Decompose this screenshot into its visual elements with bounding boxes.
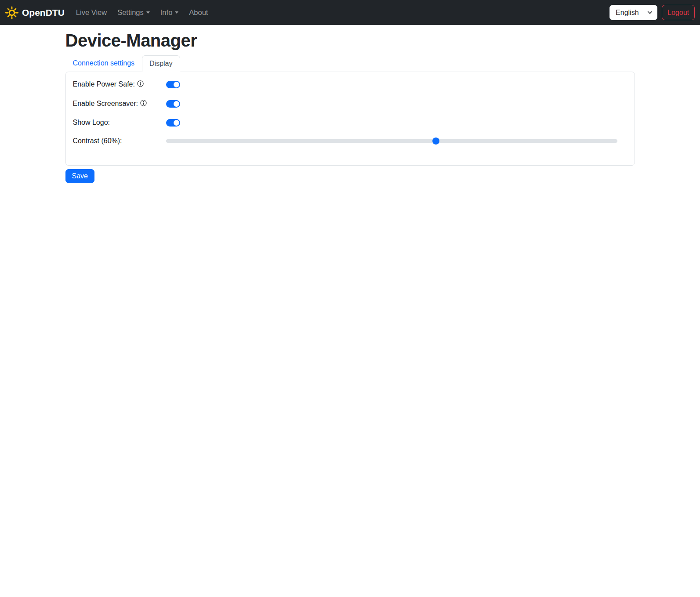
field-label: Enable Screensaver:: [73, 100, 138, 108]
contrast-slider[interactable]: [166, 137, 617, 145]
enable-screensaver-toggle[interactable]: [166, 100, 180, 108]
navbar-left: OpenDTU Live View Settings Info About: [5, 5, 213, 20]
info-circle-icon[interactable]: [140, 100, 147, 108]
field-label: Contrast (60%):: [73, 137, 122, 145]
nav-item-info[interactable]: Info: [155, 5, 184, 20]
field-label-group: Enable Power Safe:: [73, 80, 166, 89]
form-row-show-logo: Show Logo:: [73, 119, 627, 127]
language-select-wrap: English: [609, 5, 657, 20]
brand-link[interactable]: OpenDTU: [5, 6, 65, 19]
toggle-knob: [174, 82, 179, 87]
nav-item-about[interactable]: About: [184, 5, 213, 20]
form-row-enable-power-safe: Enable Power Safe:: [73, 80, 627, 89]
page-title: Device-Manager: [65, 31, 635, 51]
field-label-group: Contrast (60%):: [73, 137, 166, 145]
sun-icon: [5, 6, 18, 19]
caret-down-icon: [146, 11, 150, 14]
field-control: [166, 100, 627, 108]
main-content: Device-Manager Connection settings Displ…: [60, 31, 640, 183]
field-label-group: Show Logo:: [73, 119, 166, 127]
enable-power-safe-toggle[interactable]: [166, 81, 180, 88]
nav-item-settings[interactable]: Settings: [112, 5, 155, 20]
navbar-right: English Logout: [609, 5, 695, 20]
language-select[interactable]: English: [609, 5, 657, 20]
main-nav: Live View Settings Info About: [71, 5, 214, 20]
field-control: [166, 81, 627, 88]
nav-item-live-view[interactable]: Live View: [71, 5, 112, 20]
caret-down-icon: [175, 11, 178, 14]
field-label: Enable Power Safe:: [73, 80, 135, 88]
nav-item-label: Info: [160, 8, 173, 17]
tab-connection-settings[interactable]: Connection settings: [65, 55, 142, 72]
contrast-slider-wrap: [166, 137, 617, 145]
save-button[interactable]: Save: [65, 169, 94, 183]
nav-item-label: About: [189, 8, 208, 17]
nav-item-label: Settings: [117, 8, 144, 17]
field-control: [166, 119, 627, 127]
brand-label: OpenDTU: [22, 7, 65, 18]
form-row-enable-screensaver: Enable Screensaver:: [73, 99, 627, 108]
display-settings-card: Enable Power Safe: Enable Screensaver:: [65, 72, 635, 166]
toggle-knob: [174, 120, 179, 126]
show-logo-toggle[interactable]: [166, 119, 180, 127]
logout-button[interactable]: Logout: [662, 5, 695, 20]
toggle-knob: [174, 101, 179, 107]
nav-item-label: Live View: [76, 8, 107, 17]
field-label-group: Enable Screensaver:: [73, 99, 166, 108]
info-circle-icon[interactable]: [137, 80, 144, 89]
tab-display[interactable]: Display: [142, 55, 180, 72]
field-label: Show Logo:: [73, 119, 110, 127]
navbar: OpenDTU Live View Settings Info About En…: [0, 0, 700, 25]
field-control: [166, 137, 627, 145]
form-row-contrast: Contrast (60%):: [73, 137, 627, 145]
tab-bar: Connection settings Display: [65, 55, 635, 72]
